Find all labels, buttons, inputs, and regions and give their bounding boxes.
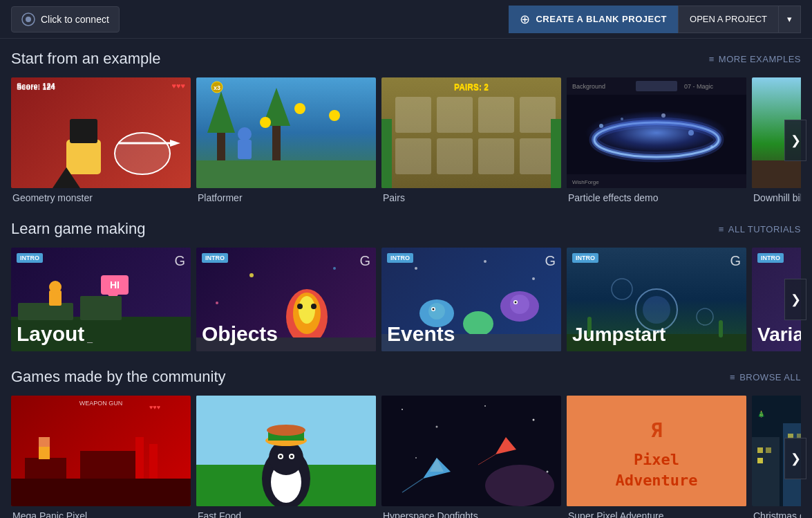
svg-point-60: [297, 304, 303, 309]
svg-point-110: [279, 455, 282, 458]
community-label-hyperspace: Hyperspace Dogfights: [381, 510, 561, 518]
svg-text:HI: HI: [110, 279, 120, 290]
svg-point-56: [49, 281, 62, 293]
svg-rect-96: [39, 437, 50, 447]
megapanic-art: WEAPON GUN ♥♥♥: [11, 396, 191, 506]
svg-text:Я: Я: [651, 419, 663, 442]
community-thumb-pixel: Я Pixel Adventure: [567, 396, 746, 506]
svg-rect-2: [66, 140, 101, 174]
svg-text:WEAPON GUN: WEAPON GUN: [79, 400, 123, 407]
svg-point-61: [311, 304, 317, 309]
example-card-particles[interactable]: Background 07 - Magic: [567, 77, 746, 203]
svg-text:PAIRS: 2: PAIRS: 2: [454, 82, 489, 92]
community-thumb-fastfood: [196, 396, 376, 506]
community-carousel: WEAPON GUN ♥♥♥ Me: [11, 396, 801, 518]
events-title: Events: [387, 322, 455, 345]
create-blank-button[interactable]: ⊕ CREATE A BLANK PROJECT: [509, 6, 678, 33]
layout-title: Layout: [17, 322, 84, 346]
svg-rect-14: [196, 160, 376, 188]
svg-point-118: [415, 457, 417, 459]
list-icon-2: ≡: [719, 224, 724, 234]
tutorials-carousel-next[interactable]: ❯: [784, 279, 806, 320]
svg-text:x3: x3: [214, 84, 220, 91]
svg-rect-25: [395, 138, 431, 174]
community-card-fastfood[interactable]: Fast Food: [196, 396, 376, 518]
community-carousel-wrapper: WEAPON GUN ♥♥♥ Me: [11, 396, 801, 518]
platformer-art: x3: [196, 77, 376, 188]
svg-rect-27: [478, 138, 514, 174]
svg-point-65: [216, 302, 218, 304]
tutorials-carousel: Intro G HI: [11, 248, 801, 351]
svg-point-16: [238, 127, 252, 141]
svg-rect-93: [25, 458, 66, 479]
example-card-platformer[interactable]: x3: [196, 77, 376, 203]
svg-rect-24: [520, 97, 556, 133]
community-label-pixel: Super Pixel Adventure: [567, 510, 746, 518]
svg-rect-85: [719, 320, 723, 337]
open-project-button[interactable]: OPEN A PROJECT: [678, 6, 779, 33]
svg-point-37: [594, 122, 719, 157]
create-blank-label: CREATE A BLANK PROJECT: [536, 14, 667, 24]
svg-point-67: [428, 303, 445, 320]
more-examples-link[interactable]: ≡ MORE EXAMPLES: [709, 54, 801, 64]
all-tutorials-link[interactable]: ≡ ALL TUTORIALS: [719, 224, 801, 234]
example-thumb-platformer: x3: [196, 77, 376, 188]
tutorial-card-objects[interactable]: Intro G: [196, 248, 376, 351]
example-card-pairs[interactable]: PAIRS: 2 Pairs: [381, 77, 561, 203]
all-tutorials-label: ALL TUTORIALS: [728, 224, 801, 234]
svg-rect-22: [437, 97, 473, 133]
open-project-label: OPEN A PROJECT: [690, 14, 767, 24]
tutorial-card-jumpstart[interactable]: Intro G Jumpsta: [567, 248, 746, 351]
svg-point-41: [710, 145, 713, 148]
svg-rect-3: [70, 119, 97, 143]
svg-point-74: [463, 311, 493, 336]
community-thumb-megapanic: WEAPON GUN ♥♥♥: [11, 396, 191, 506]
svg-point-17: [260, 117, 271, 128]
examples-section-header: Start from an example ≡ MORE EXAMPLES: [11, 50, 801, 68]
list-icon-3: ≡: [730, 372, 735, 382]
svg-rect-26: [437, 138, 473, 174]
svg-point-18: [294, 103, 305, 114]
open-project-dropdown[interactable]: ▾: [779, 6, 801, 33]
svg-marker-11: [207, 91, 235, 133]
svg-rect-23: [478, 97, 514, 133]
tutorial-card-layout[interactable]: Intro G HI: [11, 248, 191, 351]
tutorial-card-events[interactable]: Intro G: [381, 248, 561, 351]
chevron-down-icon: ▾: [787, 14, 792, 24]
svg-rect-92: [11, 479, 191, 506]
community-card-hyperspace[interactable]: Hyperspace Dogfights: [381, 396, 561, 518]
example-card-geometry[interactable]: Score: 124 ♥♥♥ Geometry monster: [11, 77, 191, 203]
community-label-christmas: Christmas g...: [752, 510, 801, 518]
svg-rect-95: [39, 445, 50, 459]
community-card-pixel[interactable]: Я Pixel Adventure Super Pixel Adventure: [567, 396, 746, 518]
community-label-fastfood: Fast Food: [196, 510, 376, 518]
community-carousel-next[interactable]: ❯: [784, 438, 806, 479]
svg-rect-94: [80, 451, 135, 479]
svg-point-111: [290, 455, 293, 458]
fastfood-art: [196, 396, 376, 506]
community-title: Games made by the community: [11, 368, 226, 386]
example-label-platformer: Platformer: [196, 192, 376, 203]
tutorials-title: Learn game making: [11, 220, 145, 238]
pairs-art: PAIRS: 2: [381, 77, 561, 188]
tutorial-thumb-layout: Intro G HI: [11, 248, 191, 351]
svg-point-77: [484, 260, 487, 263]
browse-all-link[interactable]: ≡ BROWSE ALL: [730, 372, 801, 382]
svg-text:♥♥♥: ♥♥♥: [149, 404, 160, 411]
example-thumb-geometry: Score: 124 ♥♥♥: [11, 77, 191, 188]
community-card-megapanic[interactable]: WEAPON GUN ♥♥♥ Me: [11, 396, 191, 518]
svg-point-71: [510, 295, 529, 314]
svg-text:Background: Background: [572, 83, 605, 90]
svg-rect-137: [757, 447, 763, 453]
svg-rect-54: [80, 296, 122, 320]
svg-point-64: [333, 267, 336, 270]
connect-button[interactable]: Click to connect: [11, 6, 120, 33]
browse-all-label: BROWSE ALL: [739, 372, 801, 382]
create-plus-icon: ⊕: [520, 12, 531, 27]
geometry-art: [11, 77, 191, 188]
layout-underscore: _: [87, 332, 93, 343]
svg-text:WishForge: WishForge: [572, 179, 599, 185]
svg-rect-21: [395, 97, 431, 133]
svg-point-38: [599, 124, 603, 128]
examples-carousel-next[interactable]: ❯: [784, 120, 806, 161]
